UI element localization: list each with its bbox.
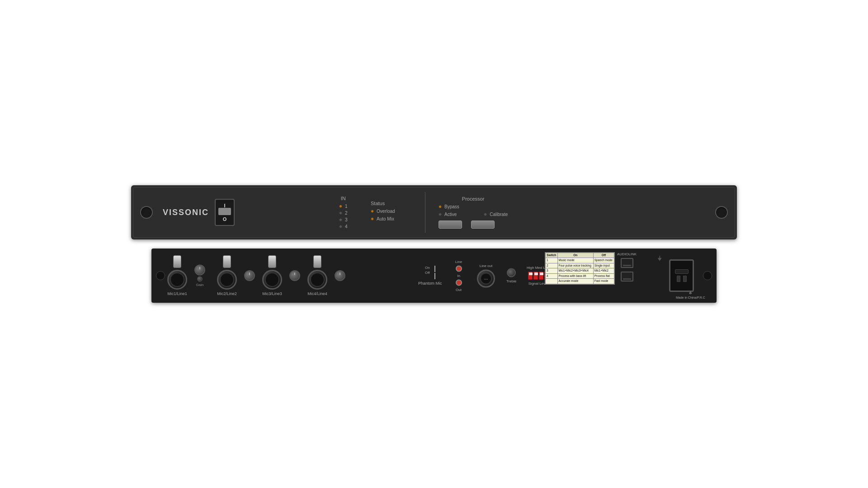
switch-off-2: Single input	[593, 263, 614, 268]
phantom-off-label: Off	[425, 271, 430, 275]
treble-label: Treble	[506, 279, 516, 283]
bypass-button[interactable]	[439, 221, 462, 229]
recycling-mark: ♻	[689, 291, 692, 295]
dip-3-inner	[540, 272, 543, 275]
active-led	[439, 213, 442, 216]
device-container: VISSONIC I O IN 1 2 3	[131, 185, 737, 303]
calibrate-label: Calibrate	[490, 212, 508, 217]
xlr-group-3: Mic3/Line3	[262, 255, 282, 296]
xlr-socket-3	[262, 270, 282, 290]
switch-table: Switch On Off 1 Music mode Speech mode 2…	[545, 252, 615, 285]
in-section: IN 1 2 3 4	[339, 196, 348, 229]
brand-name: VISSONIC	[163, 208, 209, 217]
switch-row-3: 3 Mic1+Mic2+Mic3+Mic4 Mic1+Mic2	[546, 268, 614, 273]
phantom-label: Phantom Mic	[418, 281, 442, 286]
gain-group-1: Gain	[194, 265, 205, 287]
overload-status: Overload	[371, 209, 395, 214]
bypass-label: Bypass	[444, 204, 459, 209]
rca-in-bottom	[456, 280, 462, 286]
processor-section: Processor Bypass Active Calibrate	[439, 196, 508, 229]
in-ch3-label: 3	[345, 217, 348, 222]
in-ch1-label: 1	[345, 204, 348, 209]
switch-row-4: 4 Process with bass lift Process flat	[546, 273, 614, 278]
switch-row-2: 2 Four pulse voice tracking Single input	[546, 263, 614, 268]
switch-num-4: 4	[546, 273, 558, 278]
switch-table-col3: Off	[593, 253, 614, 258]
rca-in-top	[456, 266, 462, 272]
gain-knob-4[interactable]	[335, 270, 345, 281]
switch-num-1: 1	[546, 258, 558, 263]
dip-1-inner	[529, 272, 533, 275]
switch-num-5	[546, 279, 558, 284]
xlr-label-3: Mic3/Line3	[262, 291, 282, 296]
switch-num-3: 3	[546, 268, 558, 273]
xlr-knob-3	[268, 255, 276, 268]
xlr-knob-1	[173, 255, 181, 268]
xlr-label-4: Mic4/Line4	[307, 291, 327, 296]
gain-knob-1[interactable]	[194, 265, 205, 276]
dip-1[interactable]	[528, 272, 533, 280]
led-ch2	[339, 211, 342, 215]
processor-row2: Active Calibrate	[439, 212, 508, 217]
line-label: Line	[455, 260, 462, 264]
gain-knob-2[interactable]	[244, 270, 255, 281]
line-in-section: Line In Out	[455, 260, 462, 292]
audiolink-port-2	[621, 272, 633, 282]
iec-power-socket	[669, 259, 694, 292]
panel-divider	[425, 192, 425, 233]
gain-label-1: Gain	[196, 283, 204, 287]
xlr-label-2: Mic2/Line2	[217, 291, 237, 296]
dip-2[interactable]	[533, 272, 538, 280]
out-label: Out	[456, 288, 462, 292]
treble-knob[interactable]	[507, 268, 516, 277]
in-channel-3: 3	[339, 217, 348, 222]
xlr-group-2: Mic2/Line2	[217, 255, 237, 296]
audiolink-section: AUDIOLINK	[617, 252, 637, 282]
iec-notch	[675, 269, 689, 274]
xlr-out-socket: •••	[477, 270, 495, 288]
in-label: In	[457, 274, 460, 278]
processor-row: Bypass	[439, 204, 508, 209]
gain-group-3	[289, 270, 300, 281]
switch-num-2: 2	[546, 263, 558, 268]
xlr-knob-4	[313, 255, 321, 268]
dip-2-inner	[534, 272, 538, 275]
dip-3[interactable]	[539, 272, 543, 280]
treble-section: Treble	[506, 268, 516, 283]
back-panel: Mic1/Line1 Gain Mic2/Line2 Mic3/Line3	[151, 249, 717, 303]
xlr-out-inner: •••	[480, 273, 492, 285]
active-item: Active	[439, 212, 457, 217]
xlr-socket-1	[167, 270, 187, 290]
calibrate-button[interactable]	[471, 221, 495, 229]
gain-group-4	[335, 270, 345, 281]
switch-table-col2: On	[557, 253, 593, 258]
status-label: Status	[371, 201, 395, 206]
calibrate-led	[484, 213, 487, 216]
xlr-socket-2	[217, 270, 237, 290]
back-mount-right	[703, 271, 712, 280]
in-channel-4: 4	[339, 224, 348, 229]
phantom-on-label: On	[425, 266, 430, 270]
overload-led	[371, 210, 374, 213]
iec-pin-1	[677, 276, 680, 282]
xlr-socket-4	[307, 270, 327, 290]
active-label: Active	[444, 212, 457, 217]
led-ch4	[339, 225, 342, 228]
brand-logo: VISSONIC	[163, 208, 209, 217]
in-channel-1: 1	[339, 204, 348, 209]
bypass-item: Bypass	[439, 204, 459, 209]
switch-toggle[interactable]	[218, 208, 231, 215]
ground-symbol: ⏚	[658, 254, 661, 261]
in-ch4-label: 4	[345, 224, 348, 229]
automix-label: Auto Mix	[377, 216, 394, 221]
gain-knob-3[interactable]	[289, 270, 300, 281]
switch-on-5: Accurate mode	[557, 279, 593, 284]
automix-status: Auto Mix	[371, 216, 395, 221]
automix-led	[371, 217, 374, 221]
iec-pin-2	[683, 276, 687, 282]
power-off-label: O	[223, 216, 227, 222]
mount-hole-right	[715, 206, 728, 219]
made-in-label: Made in China/P.R.C	[676, 296, 705, 299]
power-switch[interactable]: I O	[215, 199, 235, 226]
mount-hole-left	[140, 206, 153, 219]
